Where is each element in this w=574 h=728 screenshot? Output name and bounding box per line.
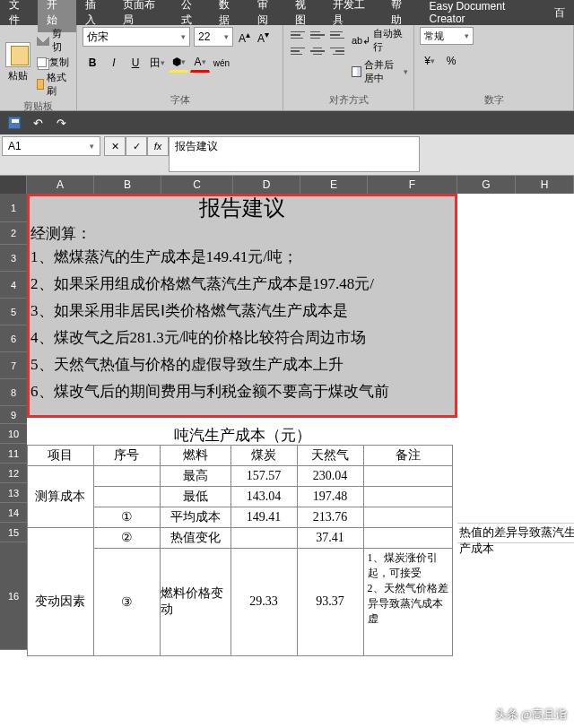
phonetic-button[interactable]: wén — [212, 53, 231, 73]
cell[interactable]: 4、煤改气之后281.3元/吨的价格比较符合周边市场 — [30, 330, 366, 345]
wrap-text-button[interactable]: ab↲自动换行 — [352, 27, 408, 54]
font-name-select[interactable]: 仿宋▾ — [83, 27, 190, 47]
row-header[interactable]: 8 — [0, 379, 27, 406]
percent-button[interactable]: % — [441, 51, 461, 71]
merge-button[interactable]: 合并后居中▾ — [352, 58, 408, 85]
formula-input[interactable]: 报告建议 — [169, 136, 420, 172]
undo-button[interactable]: ↶ — [30, 116, 45, 130]
font-color-button[interactable]: A▾ — [190, 53, 210, 73]
confirm-fx-button[interactable]: ✓ — [126, 136, 147, 156]
cell[interactable]: 1、燃煤蒸汽的生产成本是149.41元/吨； — [30, 249, 298, 264]
row-header[interactable]: 2 — [0, 222, 27, 245]
row-header[interactable]: 9 — [0, 406, 27, 424]
row-header[interactable]: 11 — [0, 444, 27, 464]
col-header[interactable]: H — [516, 176, 574, 194]
table-cell[interactable]: 149.41 — [230, 507, 298, 528]
redo-button[interactable]: ↷ — [54, 116, 68, 130]
table-header[interactable]: 项目 — [27, 445, 94, 466]
table-cell[interactable]: 变动因素 — [27, 548, 94, 656]
table-cell[interactable]: 29.33 — [230, 548, 298, 656]
table-cell[interactable]: ③ — [93, 548, 161, 656]
fill-color-button[interactable]: ⬢▾ — [169, 53, 188, 73]
number-format-select[interactable]: 常规▾ — [420, 27, 474, 45]
copy-button[interactable]: 复制 — [37, 56, 71, 69]
font-size-select[interactable]: 22▾ — [194, 27, 233, 47]
table-cell[interactable] — [27, 507, 94, 528]
table-cell[interactable]: 143.04 — [230, 486, 298, 507]
table-cell[interactable] — [230, 527, 298, 549]
align-middle-button[interactable] — [309, 27, 326, 43]
paste-button[interactable]: 粘贴 — [5, 42, 30, 82]
currency-button[interactable]: ¥▾ — [420, 51, 439, 71]
border-button[interactable]: 田▾ — [147, 53, 167, 73]
underline-button[interactable]: U — [126, 53, 145, 73]
table-cell[interactable]: 197.48 — [297, 486, 364, 507]
cell[interactable]: 报告建议 — [27, 194, 457, 222]
tab-baidu[interactable]: 百 — [545, 1, 574, 25]
table-cell[interactable] — [363, 465, 453, 487]
align-top-button[interactable] — [289, 27, 307, 43]
table-cell[interactable] — [363, 507, 453, 528]
table-cell[interactable]: 157.57 — [230, 465, 298, 487]
row-header[interactable]: 16 — [0, 542, 27, 650]
table-header[interactable]: 煤炭 — [230, 445, 298, 466]
col-header[interactable]: G — [457, 176, 516, 194]
table-cell[interactable]: 最高 — [160, 465, 231, 487]
align-right-button[interactable] — [328, 43, 346, 59]
row-header[interactable]: 10 — [0, 424, 27, 444]
table-header[interactable]: 序号 — [93, 445, 161, 466]
row-header[interactable]: 1 — [0, 194, 27, 222]
row-header[interactable]: 14 — [0, 503, 27, 523]
table-cell[interactable]: 最低 — [160, 486, 231, 507]
italic-button[interactable]: I — [104, 53, 124, 73]
row-header[interactable]: 7 — [0, 352, 27, 379]
table-cell[interactable]: 1、煤炭涨价引起，可接受 2、天然气价格差异导致蒸汽成本虚 — [363, 548, 453, 656]
table-cell[interactable]: 37.41 — [297, 527, 364, 549]
align-center-button[interactable] — [309, 43, 326, 59]
cell[interactable]: 3、如果采用非居民Ⅰ类价格燃气蒸汽生产成本是 — [30, 303, 348, 318]
col-header[interactable]: B — [94, 176, 161, 194]
table-cell[interactable] — [27, 527, 94, 549]
cell[interactable]: 2、如果采用组成价格燃气蒸汽生产成本是197.48元/ — [30, 276, 374, 291]
table-cell[interactable]: 213.76 — [297, 507, 364, 528]
align-bottom-button[interactable] — [328, 27, 346, 43]
table-cell[interactable] — [27, 465, 94, 487]
cell[interactable]: 经测算： — [30, 226, 91, 241]
col-header[interactable]: F — [368, 176, 457, 194]
cut-button[interactable]: 剪切 — [37, 27, 71, 54]
table-cell[interactable]: ① — [93, 507, 161, 528]
cancel-fx-button[interactable]: ✕ — [104, 136, 126, 156]
save-button[interactable] — [7, 116, 22, 130]
increase-font-button[interactable]: A▴ — [237, 30, 252, 45]
painter-button[interactable]: 格式刷 — [37, 71, 71, 98]
row-header[interactable]: 4 — [0, 272, 27, 299]
bold-button[interactable]: B — [83, 53, 102, 73]
row-header[interactable]: 12 — [0, 464, 27, 483]
name-box[interactable]: A1▾ — [2, 136, 100, 156]
table-cell[interactable] — [93, 465, 161, 487]
align-left-button[interactable] — [289, 43, 307, 59]
row-header[interactable]: 3 — [0, 245, 27, 272]
table-cell[interactable] — [363, 486, 453, 507]
col-header[interactable]: E — [300, 176, 368, 194]
cell[interactable]: 6、煤改气后的期间费用与利税金额不要高于煤改气前 — [30, 384, 389, 399]
col-header[interactable]: D — [233, 176, 300, 194]
cell[interactable]: 5、天然气热值与价格的虚假导致生产成本上升 — [30, 357, 344, 372]
table-cell[interactable]: 燃料价格变动 — [160, 548, 231, 656]
table-cell[interactable] — [93, 486, 161, 507]
table-cell[interactable]: 平均成本 — [160, 507, 231, 528]
table-cell[interactable]: ② — [93, 527, 161, 549]
cell[interactable]: 热值的差异导致蒸汽生产成本 — [457, 524, 574, 543]
table-header[interactable]: 燃料 — [160, 445, 231, 466]
row-header[interactable]: 13 — [0, 483, 27, 503]
fx-button[interactable]: fx — [147, 136, 169, 156]
table-title[interactable]: 吨汽生产成本（元） — [27, 425, 457, 445]
decrease-font-button[interactable]: A▾ — [256, 30, 271, 45]
row-header[interactable]: 5 — [0, 299, 27, 325]
table-cell[interactable]: 230.04 — [297, 465, 364, 487]
table-cell[interactable]: 测算成本 — [27, 486, 94, 507]
table-header[interactable]: 备注 — [363, 445, 453, 466]
table-cell[interactable]: 热值变化 — [160, 527, 231, 549]
col-header[interactable]: C — [161, 176, 233, 194]
row-header[interactable]: 15 — [0, 523, 27, 542]
